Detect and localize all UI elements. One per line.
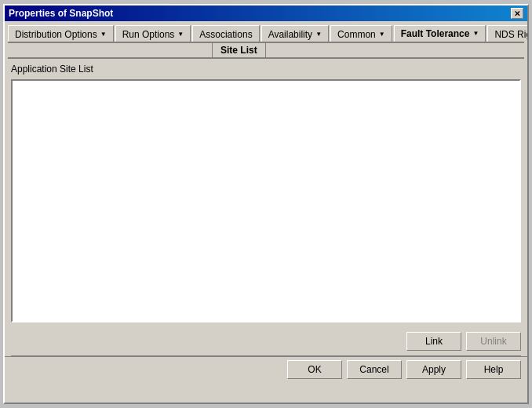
- unlink-button[interactable]: Unlink: [466, 332, 521, 351]
- tab-availability[interactable]: Availability ▼: [261, 25, 329, 42]
- title-bar: Properties of SnapShot ✕: [5, 5, 527, 21]
- section-title: Application Site List: [11, 64, 521, 75]
- link-button[interactable]: Link: [406, 332, 461, 351]
- dialog-title: Properties of SnapShot: [9, 8, 113, 19]
- chevron-down-icon: ▼: [472, 30, 479, 37]
- subtab-divider: [8, 57, 524, 59]
- action-buttons-row1: Link Unlink: [5, 327, 527, 355]
- tab-distribution-options[interactable]: Distribution Options ▼: [8, 25, 114, 42]
- tab-associations[interactable]: Associations: [192, 25, 259, 42]
- tabs-row1: Distribution Options ▼ Run Options ▼ Ass…: [5, 21, 527, 42]
- chevron-down-icon: ▼: [315, 31, 322, 38]
- tabs-row2: Site List: [5, 43, 527, 57]
- chevron-down-icon: ▼: [177, 31, 184, 38]
- tab-nds-rights[interactable]: NDS Rights: [487, 25, 527, 42]
- chevron-down-icon: ▼: [379, 31, 385, 38]
- properties-dialog: Properties of SnapShot ✕ Distribution Op…: [3, 4, 529, 404]
- action-buttons-row2: OK Cancel Apply Help: [5, 356, 527, 384]
- subtab-site-list[interactable]: Site List: [212, 43, 266, 57]
- cancel-button[interactable]: Cancel: [347, 360, 402, 379]
- tab-common[interactable]: Common ▼: [330, 25, 392, 42]
- ok-button[interactable]: OK: [287, 360, 342, 379]
- tab-fault-tolerance[interactable]: Fault Tolerance ▼: [394, 25, 486, 42]
- help-button[interactable]: Help: [466, 360, 521, 379]
- tab-run-options[interactable]: Run Options ▼: [115, 25, 191, 42]
- chevron-down-icon: ▼: [100, 31, 107, 38]
- apply-button[interactable]: Apply: [406, 360, 461, 379]
- content-area: Application Site List: [11, 64, 521, 322]
- close-button[interactable]: ✕: [511, 8, 523, 19]
- application-site-list[interactable]: [11, 79, 521, 322]
